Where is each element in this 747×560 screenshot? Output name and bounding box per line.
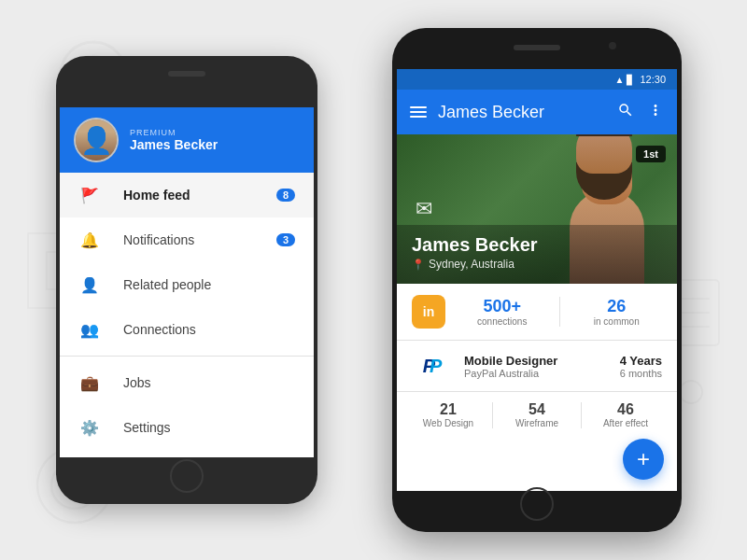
job-card: P P Mobile Designer PayPal Australia 4 Y…	[397, 341, 677, 392]
drawer-menu: 🚩 Home feed 8 🔔 Notifications 3 👤 Relate…	[60, 173, 314, 450]
menu-label-notifications: Notifications	[123, 232, 194, 247]
battery-icon: ▊	[627, 75, 634, 85]
wireframe-count: 54	[529, 401, 545, 418]
stats-divider	[559, 297, 560, 327]
common-stat: 26 in common	[571, 297, 663, 327]
menu-divider	[60, 356, 314, 357]
menu-label-settings: Settings	[123, 420, 171, 435]
briefcase-icon: 💼	[78, 371, 101, 394]
phone-back: PREMIUM James Becker 🚩 Home feed 8 🔔 Not…	[56, 56, 317, 504]
menu-item-connections[interactable]: 👥 Connections	[60, 307, 314, 352]
common-label: in common	[594, 316, 640, 327]
stats-card: in 500+ connections 26 in common	[397, 284, 677, 341]
phone-speaker-back	[168, 71, 205, 77]
premium-label: PREMIUM	[130, 128, 218, 137]
menu-label-related-people: Related people	[123, 277, 211, 292]
connections-stat: 500+ connections	[457, 297, 548, 327]
skill-divider-1	[492, 402, 493, 428]
avatar	[74, 118, 119, 162]
profile-header: PREMIUM James Becker	[60, 107, 314, 173]
status-time: 12:30	[640, 74, 666, 85]
svg-point-11	[680, 381, 702, 403]
paypal-p2: P	[430, 356, 442, 377]
skills-row: 21 Web Design 54 Wireframe 46 After effe…	[397, 392, 677, 438]
job-company: PayPal Australia	[464, 368, 609, 379]
common-count: 26	[607, 297, 626, 316]
profile-name-back: James Becker	[130, 137, 218, 152]
app-bar: James Becker	[397, 90, 677, 134]
people-icon: 👥	[78, 318, 101, 341]
signal-indicator: ▲ ▊	[615, 75, 635, 85]
phone-home-button-front[interactable]	[520, 487, 554, 521]
profile-name: James Becker	[412, 234, 662, 256]
connections-label: connections	[477, 316, 527, 327]
after-effect-count: 46	[617, 401, 634, 418]
menu-label-home-feed: Home feed	[123, 188, 190, 203]
job-info: Mobile Designer PayPal Australia	[464, 354, 609, 379]
notifications-badge: 3	[276, 233, 295, 246]
job-years: 4 Years	[620, 354, 662, 368]
phone-front: ▲ ▊ 12:30 James Becker	[392, 28, 682, 532]
job-months: 6 months	[620, 368, 662, 379]
hamburger-menu-button[interactable]	[410, 106, 427, 118]
job-duration: 4 Years 6 months	[620, 354, 662, 379]
menu-item-home-feed[interactable]: 🚩 Home feed 8	[60, 173, 314, 217]
skill-after-effect: 46 After effect	[589, 401, 662, 428]
mail-icon[interactable]: ✉	[416, 197, 432, 221]
web-design-count: 21	[440, 401, 457, 418]
fab-add-button[interactable]: +	[623, 439, 664, 480]
paypal-logo: P P	[412, 352, 453, 380]
home-feed-badge: 8	[276, 189, 295, 202]
person-add-icon: 👤	[78, 273, 101, 296]
menu-item-related-people[interactable]: 👤 Related people	[60, 262, 314, 307]
profile-info-back: PREMIUM James Becker	[130, 128, 218, 152]
phone-front-screen: ▲ ▊ 12:30 James Becker	[397, 69, 677, 491]
signal-icon: ▲	[615, 75, 625, 85]
profile-info-overlay: James Becker 📍 Sydney, Australia	[397, 225, 677, 284]
app-bar-actions	[617, 102, 664, 123]
skill-web-design: 21 Web Design	[412, 401, 485, 428]
menu-item-jobs[interactable]: 💼 Jobs	[60, 360, 314, 405]
settings-icon: ⚙️	[78, 416, 101, 439]
avatar-image	[76, 119, 117, 161]
flag-icon: 🚩	[78, 184, 101, 206]
skill-divider-2	[581, 402, 582, 428]
menu-item-settings[interactable]: ⚙️ Settings	[60, 405, 314, 450]
phone-back-screen: PREMIUM James Becker 🚩 Home feed 8 🔔 Not…	[60, 107, 314, 457]
search-icon[interactable]	[617, 102, 634, 123]
skill-wireframe: 54 Wireframe	[500, 401, 573, 428]
menu-label-jobs: Jobs	[123, 375, 151, 390]
phone-camera	[609, 42, 616, 49]
menu-item-notifications[interactable]: 🔔 Notifications 3	[60, 217, 314, 262]
status-bar: ▲ ▊ 12:30	[397, 69, 677, 90]
more-options-icon[interactable]	[647, 102, 664, 123]
connections-count: 500+	[483, 297, 521, 316]
profile-location: 📍 Sydney, Australia	[412, 258, 662, 271]
web-design-label: Web Design	[423, 418, 473, 428]
app-bar-title: James Becker	[438, 103, 606, 122]
linkedin-badge: in	[412, 295, 445, 329]
profile-cover: ✉ 1st James Becker 📍 Sydney, Australia	[397, 134, 677, 284]
location-text: Sydney, Australia	[429, 258, 514, 271]
after-effect-label: After effect	[603, 418, 648, 428]
job-title: Mobile Designer	[464, 354, 609, 368]
phone-speaker-front	[514, 45, 560, 50]
connection-badge: 1st	[636, 146, 666, 162]
menu-label-connections: Connections	[123, 322, 196, 337]
wireframe-label: Wireframe	[515, 418, 558, 428]
phone-home-button-back[interactable]	[170, 459, 204, 493]
location-pin-icon: 📍	[412, 259, 425, 271]
bell-icon: 🔔	[78, 229, 101, 251]
